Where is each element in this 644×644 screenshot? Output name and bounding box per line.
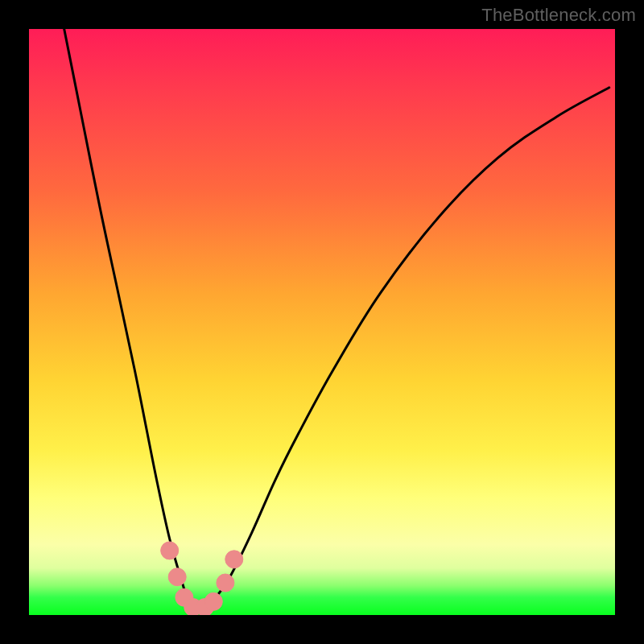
curve-marker	[204, 592, 222, 610]
curve-marker	[225, 551, 243, 568]
bottleneck-curve	[64, 29, 609, 609]
curve-marker	[168, 568, 186, 586]
curve-marker	[217, 574, 234, 592]
curve-layer	[29, 29, 615, 615]
marker-group	[161, 542, 243, 615]
watermark-text: TheBottleneck.com	[481, 5, 636, 26]
curve-marker	[161, 542, 179, 559]
gradient-plot-area	[29, 29, 615, 615]
